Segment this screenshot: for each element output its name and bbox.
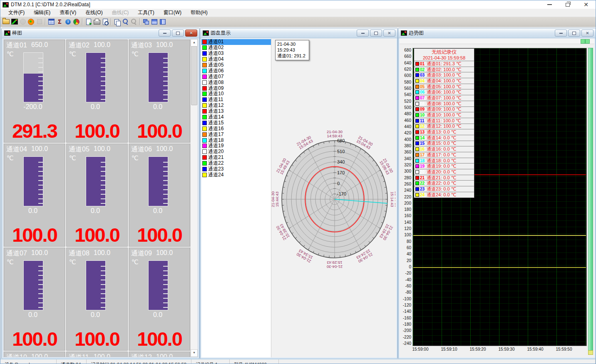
app-minimize-button[interactable] <box>546 2 552 7</box>
trend-scrollbar-end[interactable] <box>588 350 593 355</box>
bar-gauge-track <box>23 260 43 310</box>
legend-channel-number: 17 <box>420 153 427 157</box>
legend-color-swatch <box>415 113 419 117</box>
bar-min-label: 0.0 <box>74 103 116 111</box>
bar-window-titlebar[interactable]: 棒图 ✕ <box>2 28 199 38</box>
trend-vertical-scrollbar[interactable] <box>588 48 593 354</box>
statistics-sigma-icon[interactable]: Σ <box>56 18 64 25</box>
copy-icon[interactable] <box>113 18 121 25</box>
svg-text:-170: -170 <box>337 191 346 196</box>
svg-text:0: 0 <box>337 181 340 186</box>
bar-max-label: 100.0 <box>156 41 173 50</box>
x-axis-tick-label: 15:59:40 <box>527 347 544 352</box>
channel-color-swatch <box>202 109 207 114</box>
legend-row: 11通道11: 100.0 ℃ <box>414 118 474 124</box>
bar-channel-label: 通道05 <box>69 145 93 154</box>
tile-vertical-icon[interactable] <box>159 18 166 25</box>
menu-item-6[interactable]: 工具(T) <box>133 8 159 17</box>
app-close-button[interactable]: ✕ <box>583 2 589 7</box>
menu-item-2[interactable]: 编辑(E) <box>29 8 55 17</box>
recorder-timestamp: 2021-04-30 15:59:58 <box>414 55 474 61</box>
bar-min-label: 0.0 <box>137 311 179 319</box>
channel-color-swatch <box>202 144 207 148</box>
legend-row: 09通道09: 100.0 ℃ <box>414 106 474 112</box>
menubar: 文件(F)编辑(E)查看(V)在线(O)曲线(C)工具(T)窗口(W)帮助(H) <box>0 9 596 17</box>
trend-plot[interactable]: 无纸记录仪 2021-04-30 15:59:58 01通道01: 291.3 … <box>412 48 587 346</box>
channel-list-item[interactable]: 通道24 <box>201 172 271 178</box>
bar-min-label: 0.0 <box>74 207 116 215</box>
legend-color-swatch <box>415 107 419 111</box>
bar-gauge-ticks <box>101 158 105 205</box>
bar-minimize-button[interactable] <box>159 30 171 37</box>
toolbar-separator <box>139 18 140 25</box>
bar-value-readout: 100.0 <box>67 225 127 245</box>
disc-minimize-button[interactable] <box>357 30 369 37</box>
zoom-disabled-icon <box>130 18 138 25</box>
pie-chart-icon[interactable] <box>72 18 80 25</box>
disc-restore-button[interactable] <box>370 30 382 37</box>
bar-close-button[interactable]: ✕ <box>185 30 197 37</box>
info-icon[interactable]: i <box>64 18 72 25</box>
cascade-windows-icon[interactable] <box>142 18 150 25</box>
scroll-down-arrow-icon[interactable]: ▼ <box>191 349 198 357</box>
channel-color-swatch <box>202 155 207 160</box>
scrollbar-thumb[interactable] <box>191 46 197 105</box>
scroll-green-box-icon[interactable] <box>581 39 585 44</box>
app-restore-button[interactable] <box>565 2 571 7</box>
bar-min-label: -200.0 <box>12 103 54 111</box>
x-axis-tick-label: 15:59:30 <box>499 347 515 352</box>
zoom-icon[interactable] <box>122 18 129 25</box>
print-preview-icon[interactable] <box>101 18 109 25</box>
bar-restore-button[interactable] <box>172 30 184 37</box>
polar-chart[interactable]: 6805103401700-17021-04-3014:59:4321-04-3… <box>271 39 396 357</box>
channel-color-swatch <box>202 138 207 143</box>
menu-item-1[interactable]: 文件(F) <box>4 8 29 17</box>
bar-unit-label: ℃ <box>69 50 76 58</box>
bar-graph-window[interactable]: 棒图 ✕ 通道01650.0℃-200.0291.3通道02100.0℃0.01… <box>1 28 200 359</box>
legend-channel-number: 12 <box>420 124 427 129</box>
scroll-green-box-icon[interactable] <box>585 39 590 44</box>
trend-window-titlebar[interactable]: 趋势图 ✕ <box>398 28 596 38</box>
bar-channel-label: 通道09 <box>131 249 155 258</box>
y-axis-tick-label: 340 <box>400 156 411 161</box>
x-axis-tick-label: 15:59:10 <box>441 347 457 352</box>
print-icon[interactable] <box>93 18 101 25</box>
legend-color-swatch <box>415 159 419 163</box>
statusbar-field-3: 记录时间 21-04-30 14:51:00 21-04-30 15:59:58 <box>87 359 191 364</box>
app-titlebar[interactable]: DTM 2.0.1 [C:\DTM 2.0.2\RealData] ✕ <box>0 0 596 9</box>
legend-row: 06通道06: 100.0 ℃ <box>414 89 474 95</box>
trend-chart-window[interactable]: 趋势图 ✕ 无纸记录仪 2021-04-30 15:59:58 <box>398 28 596 359</box>
bar-unit-label: ℃ <box>69 258 76 266</box>
menu-item-3[interactable]: 查看(V) <box>55 8 81 17</box>
trace-ch02-12 <box>413 235 586 236</box>
y-axis-tick-label: 20 <box>400 258 411 263</box>
trend-restore-button[interactable] <box>568 30 580 37</box>
bar-max-label: 100.0 <box>94 249 110 258</box>
y-axis-tick-label: 80 <box>400 239 411 244</box>
disc-close-button[interactable]: ✕ <box>383 30 395 37</box>
export-icon[interactable] <box>84 18 92 25</box>
bar-channel-label: 通道03 <box>131 41 155 50</box>
trend-minimize-button[interactable] <box>555 30 567 37</box>
bar-vertical-scrollbar[interactable]: ▲ ▼ <box>190 39 198 357</box>
legend-color-swatch <box>415 176 419 180</box>
y-axis-tick-label: 600 <box>400 73 411 78</box>
trace-ch01 <box>474 174 586 175</box>
legend-color-swatch <box>415 136 419 140</box>
disc-window-titlebar[interactable]: 圆盘显示 ✕ <box>200 28 397 38</box>
open-file-icon[interactable] <box>2 18 10 25</box>
scroll-up-arrow-icon[interactable]: ▲ <box>191 39 198 47</box>
y-axis-tick-label: -200 <box>400 328 411 333</box>
channel-color-swatch <box>202 132 207 137</box>
disc-display-window[interactable]: 圆盘显示 ✕ 通道01通道02通道03通道04通道05通道06通道07通道08通… <box>200 28 398 359</box>
menu-item-4[interactable]: 在线(O) <box>81 8 107 17</box>
realtime-chart-icon[interactable] <box>10 18 18 25</box>
data-table-icon[interactable] <box>47 18 55 25</box>
tile-horizontal-icon[interactable] <box>150 18 158 25</box>
trend-close-button[interactable]: ✕ <box>581 30 594 37</box>
menu-item-8[interactable]: 帮助(H) <box>186 8 212 17</box>
channel-list-label: 通道24 <box>208 171 224 178</box>
menu-item-7[interactable]: 窗口(W) <box>159 8 186 17</box>
record-icon[interactable] <box>27 18 35 25</box>
y-axis-tick-label: -80 <box>400 290 411 295</box>
